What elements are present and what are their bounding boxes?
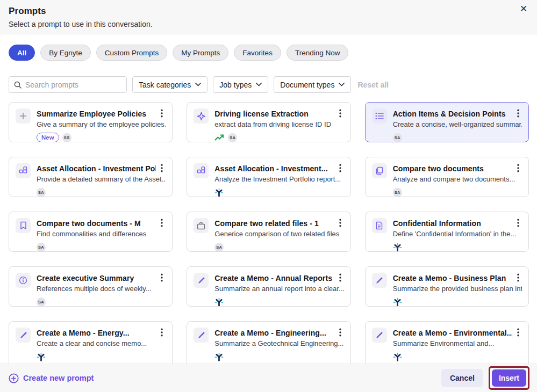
pencil-icon [372,328,387,343]
prompt-description: Give a summary of the employee policies. [37,120,166,128]
prompt-card[interactable]: Create a Memo - Environmental... Summari… [365,321,529,364]
kebab-menu-icon[interactable] [336,163,344,173]
prompt-title: Create a Memo - Energy... [37,328,156,337]
prompt-badges [393,297,522,307]
owner-initials-badge: SA [214,243,224,252]
cancel-button[interactable]: Cancel [441,369,483,387]
filter-pill-all[interactable]: All [9,45,35,61]
kebab-menu-icon[interactable] [514,108,522,118]
kebab-menu-icon[interactable] [158,163,166,173]
egnyte-logo-icon [393,243,402,252]
filter-pill-by-egnyte[interactable]: By Egnyte [40,45,91,61]
prompt-card[interactable]: Create a Memo - Engineering... Summarize… [187,321,350,364]
prompt-badges [393,242,522,252]
action-highlight-box: Insert [489,366,529,390]
prompts-modal: Prompts Select a prompt to use in this c… [0,0,537,392]
kebab-menu-icon[interactable] [158,218,166,228]
prompt-badges: NewSS [37,133,166,142]
create-new-prompt-button[interactable]: Create new prompt [9,373,94,383]
kebab-menu-icon[interactable] [514,218,522,228]
prompt-badges [393,352,522,361]
prompt-card[interactable]: Create a Memo - Annual Reports Summarize… [187,266,350,307]
prompt-card[interactable]: Compare two related files - 1 Generice c… [187,212,350,252]
prompt-description: Create a clear and concise memo... [37,339,166,347]
task-categories-dropdown[interactable]: Task categories [132,76,207,93]
prompt-title: Driving license Extraction [214,108,334,118]
list-icon [372,108,387,124]
prompt-description: Analyze and compare two documents... [393,175,522,183]
prompt-badges: SA [37,297,166,307]
prompt-title: Asset Allocation - Investment Poli... [37,163,156,173]
egnyte-logo-icon [393,352,402,361]
kebab-menu-icon[interactable] [514,163,522,173]
insert-button[interactable]: Insert [492,369,526,387]
prompt-card[interactable]: Create a Memo - Energy... Create a clear… [9,321,173,364]
kebab-menu-icon[interactable] [514,273,522,282]
prompt-card[interactable]: Confidential Information Define 'Confide… [365,212,529,252]
prompt-card[interactable]: Compare two documents Analyze and compar… [365,157,529,197]
prompt-card[interactable]: Create a Memo - Business Plan Summarize … [365,266,529,307]
prompt-card[interactable]: Summarize Employee Policies Give a summa… [9,102,173,142]
prompt-card[interactable]: Asset Allocation - Investment... Analyze… [187,157,350,197]
prompt-badges: SA [37,242,166,252]
prompt-card[interactable]: Compare two documents - M Find commonali… [9,212,173,252]
egnyte-logo-icon [214,297,224,307]
prompt-title: Compare two documents [393,163,512,173]
prompt-description: References multiple docs of weekly... [37,285,166,293]
owner-initials-badge: SA [37,297,46,307]
prompt-badges [214,297,343,307]
filter-pill-trending-now[interactable]: Trending Now [287,45,349,61]
plus-icon [16,108,31,124]
prompt-card[interactable]: Asset Allocation - Investment Poli... Pr… [9,157,173,197]
new-badge: New [37,133,59,142]
kebab-menu-icon[interactable] [336,108,344,118]
kebab-menu-icon[interactable] [336,218,344,228]
prompt-title: Compare two documents - M [37,218,156,228]
kebab-menu-icon[interactable] [158,273,166,282]
job-types-dropdown[interactable]: Job types [213,76,268,93]
prompt-description: Summarize the provided business plan int… [393,285,522,293]
prompt-title: Create a Memo - Engineering... [214,328,334,337]
search-input[interactable] [25,81,123,89]
pencil-icon [372,273,387,288]
prompt-title: Create a Memo - Environmental... [393,328,512,337]
egnyte-logo-icon [393,297,402,307]
prompt-card-grid: Summarize Employee Policies Give a summa… [9,102,529,364]
owner-initials-badge: SA [37,243,46,252]
reset-all-button[interactable]: Reset all [357,81,389,89]
close-icon[interactable]: ✕ [517,3,530,16]
prompt-title: Action Items & Decision Points [393,108,512,118]
prompt-card[interactable]: Create executive Summary References mult… [9,266,173,307]
kebab-menu-icon[interactable] [336,273,344,282]
owner-initials-badge: SA [37,188,46,197]
prompt-badges: SA [393,187,522,197]
search-icon [14,81,22,89]
kebab-menu-icon[interactable] [336,328,344,337]
chevron-down-icon [339,83,345,86]
prompt-description: Find commonalities and differences [37,230,166,238]
prompt-badges: SA [214,133,343,142]
prompt-card[interactable]: Action Items & Decision Points Create a … [365,102,529,142]
kebab-menu-icon[interactable] [158,108,166,118]
filter-pill-custom-prompts[interactable]: Custom Prompts [96,45,168,61]
bookmark-icon [16,218,31,233]
owner-initials-badge: SA [228,133,237,142]
blocks-icon [16,163,31,178]
prompt-title: Compare two related files - 1 [214,218,334,228]
chevron-down-icon [256,83,262,86]
page-title: Prompts [9,6,528,17]
owner-initials-badge: SS [62,133,71,142]
prompt-badges [214,187,343,197]
kebab-menu-icon[interactable] [514,328,522,337]
kebab-menu-icon[interactable] [158,328,166,337]
pencil-icon [16,328,31,343]
filter-pill-favorites[interactable]: Favorites [234,45,281,61]
document-types-dropdown[interactable]: Document types [274,76,351,93]
prompt-title: Create executive Summary [37,273,156,282]
trending-up-icon [214,134,225,141]
filter-pill-my-prompts[interactable]: My Prompts [173,45,228,61]
pencil-icon [194,328,209,343]
prompt-grid-viewport: Summarize Employee Policies Give a summa… [9,102,529,364]
search-input-wrapper [9,76,127,93]
prompt-card[interactable]: Driving license Extraction extract data … [187,102,350,142]
